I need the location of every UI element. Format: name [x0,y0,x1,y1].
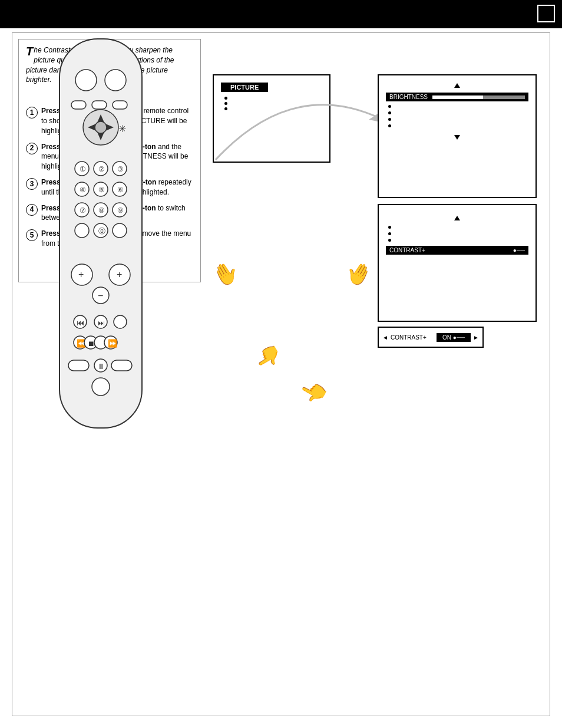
svg-text:⏮: ⏮ [77,318,84,327]
hand-bottom-icon: 👇 [242,339,290,387]
svg-text:⑧: ⑧ [98,206,105,215]
svg-point-2 [75,70,97,91]
svg-rect-54 [68,360,89,371]
screen2-row1 [386,105,528,108]
screen-mockup-3: CONTRAST+ ●── [378,204,537,322]
svg-text:⑨: ⑨ [117,206,124,215]
svg-text:①: ① [80,165,86,173]
svg-text:⓪: ⓪ [98,227,105,235]
screen3-contrast-row: CONTRAST+ ●── [386,246,528,255]
svg-point-12 [95,121,107,133]
svg-text:③: ③ [117,165,124,173]
svg-point-58 [92,378,110,396]
svg-rect-57 [111,360,132,371]
main-area: T he Contrast + Control helps you sharpe… [12,32,550,716]
svg-point-46 [114,315,127,328]
hand-left-icon: 🤚 [200,256,249,305]
screen-bar-arrow: ► [473,334,479,341]
remote-control: ✳ ① ② ③ ④ ⑤ ⑥ ⑦ ⑧ ⑨ ⓪ + [36,33,177,481]
svg-text:⏩: ⏩ [108,338,118,348]
screen3-row1 [386,226,528,229]
svg-text:−: − [98,291,103,301]
svg-rect-6 [113,101,127,109]
drop-cap: T [26,45,33,57]
svg-point-34 [75,223,89,238]
hand-right-icon: 🤚 [336,256,384,305]
svg-text:⑥: ⑥ [117,186,124,194]
svg-text:⏸: ⏸ [97,362,105,371]
svg-text:⑦: ⑦ [80,206,86,215]
screen2-highlight: BRIGHTNESS [386,93,528,101]
svg-text:⏭: ⏭ [98,319,105,327]
svg-text:②: ② [98,165,105,173]
svg-text:+: + [117,269,122,279]
screen-bar-left: ◄ [382,334,388,341]
svg-text:+: + [78,269,84,279]
hand-bottom2-icon: 👇 [283,368,331,417]
screen-mockup-2: BRIGHTNESS [378,74,537,198]
svg-text:⏹: ⏹ [88,340,95,348]
screen3-row2 [386,232,528,235]
screen3-row3 [386,239,528,242]
top-bar-box [537,5,555,22]
svg-point-35 [113,223,127,238]
svg-rect-4 [71,101,86,109]
screen-bar-right: ON ●── [437,333,471,342]
screen-bar-label: CONTRAST+ [391,334,437,341]
screen2-row4 [386,124,528,127]
svg-point-3 [105,70,126,91]
screen2-row3 [386,118,528,121]
screen2-row2 [386,111,528,114]
curved-arrow [186,71,398,166]
screen-bar: ◄ CONTRAST+ ON ●── ► [378,327,484,348]
svg-rect-5 [92,101,107,109]
svg-text:⑤: ⑤ [98,186,105,194]
remote-svg: ✳ ① ② ③ ④ ⑤ ⑥ ⑦ ⑧ ⑨ ⓪ + [36,33,166,446]
svg-text:④: ④ [80,186,86,194]
top-bar [0,0,562,28]
svg-text:✳: ✳ [118,124,126,134]
